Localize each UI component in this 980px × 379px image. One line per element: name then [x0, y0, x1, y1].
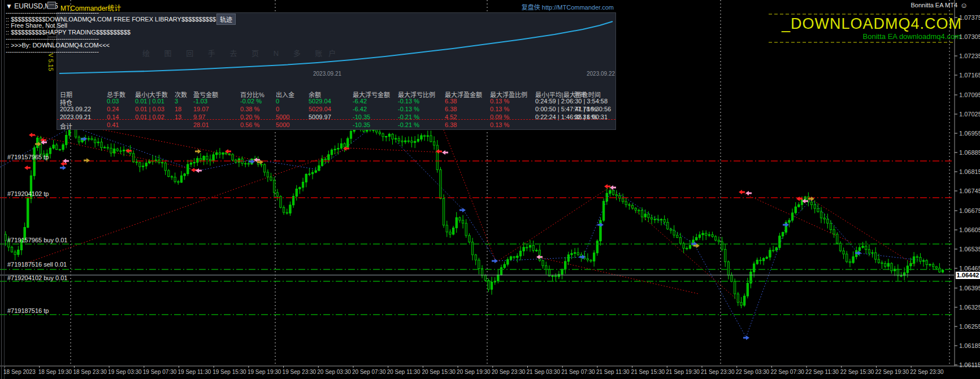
price-tick-label: 1.06465	[959, 265, 980, 272]
price-tick-label: 1.07165	[959, 72, 980, 79]
stats-cell: 3	[175, 98, 178, 104]
time-tick-label: 21 Sep 07:30	[561, 369, 595, 375]
order-line-label[interactable]: #719157965 buy 0.01	[7, 237, 67, 243]
stats-cell: 2023.09.22	[60, 106, 91, 112]
time-tick-label: 22 Sep 19:30	[875, 369, 909, 375]
time-tick-label: 22 Sep 07:30	[770, 369, 804, 375]
pink-trade-arrow-icon	[610, 185, 616, 190]
smiley-icon: ☺	[960, 1, 968, 10]
mt4-chart-window: ▼ EURUSD,M15 — MTCommander统计 复盘侠 http://…	[0, 0, 980, 379]
time-tick-label: 19 Sep 23:30	[283, 369, 316, 375]
time-tick-label: 21 Sep 23:30	[701, 369, 735, 375]
comment-line: ----------------------------------------…	[6, 10, 216, 16]
brand-link[interactable]: 复盘侠 http://MTCommander.com	[522, 2, 614, 11]
time-tick-label: 20 Sep 11:30	[387, 369, 420, 375]
price-tick-label: 1.06745	[959, 188, 980, 194]
order-line-label[interactable]: #719157965 tp	[7, 154, 49, 160]
comment-line: ----------------------------------------…	[6, 36, 216, 42]
stats-cell: 5029.04	[309, 106, 331, 112]
time-tick-label: 19 Sep 15:30	[213, 369, 246, 375]
order-line-label[interactable]: #719187516 sell 0.01	[7, 261, 67, 268]
time-tick-label: 21 Sep 15:30	[631, 369, 665, 375]
time-tick-label: 20 Sep 03:30	[317, 369, 351, 375]
order-line-label[interactable]: #719204102 tp	[7, 190, 49, 197]
price-tick-label: 1.07025	[959, 111, 980, 117]
stats-cell: 0.03	[107, 98, 119, 104]
price-tick-label: 1.06885	[959, 149, 980, 156]
time-tick-label: 21 Sep 03:30	[527, 369, 561, 375]
blue-trade-arrow-icon	[783, 223, 789, 227]
ea-name-label: Bonnitta EA MT4	[910, 2, 957, 8]
time-tick-label: 22 Sep 03:30	[736, 369, 770, 375]
time-tick-label: 21 Sep 19:30	[666, 369, 700, 375]
version-label: V 5.15	[47, 53, 54, 71]
price-tick-label: 1.07375	[959, 14, 980, 21]
red-trade-arrow-icon	[191, 168, 197, 172]
trade-arrows	[24, 123, 861, 340]
stats-cell: 0.24	[107, 106, 119, 112]
stats-cell: 0.38 %	[240, 106, 259, 112]
time-tick-label: 19 Sep 07:30	[143, 369, 177, 375]
stats-cell: -10.35	[353, 121, 370, 128]
stats-cell: 合计	[60, 121, 72, 130]
price-tick-label: 1.06955	[959, 130, 980, 137]
stats-cell: 0.13 %	[490, 121, 509, 128]
stats-cell: 0:00:50 | 5:47:41 | 16:30:56	[535, 106, 611, 112]
big-watermark: _DOWNLOADMQ4.COM	[782, 15, 962, 33]
stats-cell: 28.01	[193, 121, 209, 128]
track-button[interactable]: 轨迹	[216, 14, 236, 25]
price-tick-label: 1.07235	[959, 53, 980, 59]
stats-cell: -6.42	[353, 106, 367, 112]
time-tick-label: 18 Sep 23:30	[73, 369, 107, 375]
equity-date-label: 2023.09.21	[313, 71, 341, 77]
stats-cell: 6.38	[445, 106, 457, 112]
price-tick-label: 1.06675	[959, 207, 980, 214]
stats-cell: 5000	[276, 121, 289, 128]
gold-trade-arrow-icon	[195, 149, 201, 154]
price-tick-label: 1.06605	[959, 226, 980, 233]
price-tick-label: 1.06325	[959, 304, 980, 311]
pink-trade-arrow-icon	[536, 255, 543, 259]
price-tick-label: 1.07095	[959, 92, 980, 98]
blue-trade-arrow-icon	[492, 259, 498, 263]
candles	[5, 122, 944, 308]
time-tick-label: 19 Sep 03:30	[108, 369, 142, 375]
red-trade-arrow-icon	[739, 190, 745, 194]
time-tick-label: 18 Sep 19:30	[38, 369, 72, 375]
order-line-label[interactable]: #719204102 buy 0.01	[7, 275, 67, 281]
stats-cell: -0.13 %	[398, 106, 419, 112]
total-separator-line	[57, 119, 615, 120]
blue-trade-arrow-icon	[459, 208, 466, 212]
stats-cell: 0	[276, 106, 279, 112]
price-tick-label: 1.06395	[959, 285, 980, 291]
time-tick-label: 20 Sep 07:30	[352, 369, 386, 375]
time-tick-label: 18 Sep 2023	[3, 369, 36, 375]
time-tick-label: 19 Sep 11:30	[178, 369, 211, 375]
order-line-label[interactable]: #719187516 tp	[7, 307, 49, 314]
minimize-button[interactable]: —	[47, 2, 56, 9]
stats-cell: 77.78 %	[574, 106, 597, 112]
stats-cell: 6.38	[445, 98, 457, 104]
price-tick-label: 1.06185	[959, 342, 980, 349]
window-left-border-2	[4, 0, 5, 379]
time-tick-label: 21 Sep 11:30	[596, 369, 630, 375]
trend-lines	[0, 124, 927, 337]
order-lines[interactable]	[0, 161, 954, 315]
stats-cell: 0.01 | 0.01	[135, 98, 164, 104]
red-trade-arrow-icon	[24, 165, 31, 170]
pink-trade-arrow-icon	[745, 191, 752, 195]
price-tick-label: 1.06815	[959, 168, 980, 175]
stats-cell: 0:24:59 | 2:06:30 | 3:54:58	[535, 98, 608, 104]
stats-cell: 18	[175, 106, 181, 112]
time-tick-label: 22 Sep 23:30	[910, 369, 944, 375]
time-tick-label: 20 Sep 23:30	[492, 369, 526, 375]
stats-cell: 0.01 | 0.03	[135, 106, 164, 112]
gold-trade-arrow-icon	[84, 158, 90, 163]
stats-cell: -6.42	[353, 98, 367, 104]
comment-line: :: Free Share, Not Sell	[6, 23, 216, 29]
time-tick-label: 19 Sep 19:30	[248, 369, 281, 375]
time-tick-label: 20 Sep 15:30	[422, 369, 456, 375]
stats-cell: 5029.04	[309, 98, 331, 104]
time-tick-label: 22 Sep 15:30	[840, 369, 874, 375]
price-tick-label: 1.07305	[959, 33, 980, 40]
